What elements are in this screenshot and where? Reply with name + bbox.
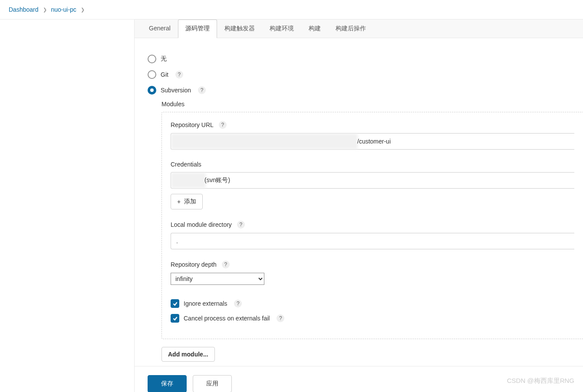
help-icon[interactable]: ?: [277, 314, 284, 322]
redacted-area: [171, 173, 206, 188]
depth-label: Repository depth: [171, 261, 217, 268]
local-dir-label: Local module directory: [171, 221, 232, 228]
chevron-right-icon: ❯: [81, 7, 85, 13]
tab-scm[interactable]: 源码管理: [178, 20, 217, 38]
ignore-externals-checkbox[interactable]: [171, 299, 179, 308]
help-icon[interactable]: ?: [237, 221, 245, 229]
tab-post[interactable]: 构建后操作: [328, 20, 373, 38]
depth-select[interactable]: infinity: [171, 273, 264, 285]
radio-none[interactable]: [148, 55, 156, 63]
tab-triggers[interactable]: 构建触发器: [217, 20, 262, 38]
help-icon[interactable]: ?: [234, 300, 242, 307]
tab-general[interactable]: General: [142, 20, 178, 38]
tab-build[interactable]: 构建: [301, 20, 328, 38]
radio-none-label: 无: [161, 55, 167, 63]
credentials-value: (svn账号): [204, 172, 230, 189]
add-module-label: Add module...: [168, 351, 208, 358]
ignore-externals-label: Ignore externals: [184, 300, 227, 307]
add-credentials-button[interactable]: + 添加: [171, 194, 203, 209]
apply-button[interactable]: 应用: [193, 375, 232, 392]
save-button[interactable]: 保存: [148, 375, 187, 392]
radio-git[interactable]: [148, 70, 156, 79]
help-icon[interactable]: ?: [219, 121, 227, 129]
radio-git-label: Git: [161, 71, 168, 78]
repo-url-value: /customer-ui: [357, 133, 391, 150]
sidebar: [0, 20, 135, 392]
add-label: 添加: [184, 198, 196, 206]
add-module-button[interactable]: Add module...: [161, 347, 215, 362]
radio-subversion[interactable]: [148, 86, 156, 95]
credentials-label: Credentials: [171, 161, 201, 168]
breadcrumb-project[interactable]: nuo-ui-pc: [51, 6, 76, 13]
breadcrumb-dashboard[interactable]: Dashboard: [9, 6, 39, 13]
cancel-externals-checkbox[interactable]: [171, 314, 179, 323]
footer: 保存 应用: [135, 366, 583, 392]
modules-label: Modules: [161, 101, 583, 108]
local-dir-input[interactable]: [171, 233, 574, 249]
chevron-right-icon: ❯: [43, 7, 47, 13]
plus-icon: +: [177, 198, 181, 205]
redacted-area: [171, 134, 358, 149]
help-icon[interactable]: ?: [198, 86, 206, 94]
radio-subversion-label: Subversion: [161, 87, 191, 94]
cancel-externals-label: Cancel process on externals fail: [184, 315, 270, 322]
module-box: Repository URL ? /customer-ui Credential…: [161, 112, 583, 339]
tab-env[interactable]: 构建环境: [262, 20, 301, 38]
help-icon[interactable]: ?: [175, 71, 183, 78]
repo-url-label: Repository URL: [171, 121, 214, 128]
help-icon[interactable]: ?: [222, 261, 230, 268]
tab-bar: General 源码管理 构建触发器 构建环境 构建 构建后操作: [135, 20, 583, 38]
credentials-input[interactable]: [171, 172, 574, 189]
breadcrumb: Dashboard ❯ nuo-ui-pc ❯: [0, 0, 583, 20]
